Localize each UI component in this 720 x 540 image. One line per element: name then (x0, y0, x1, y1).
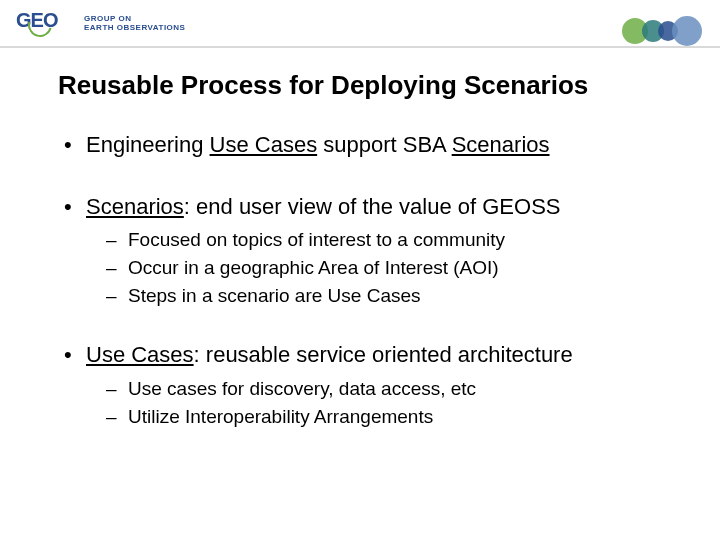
text: Engineering (86, 132, 210, 157)
underlined-text: Scenarios (86, 194, 184, 219)
text: support SBA (317, 132, 452, 157)
bullet-item: Scenarios: end user view of the value of… (62, 192, 680, 309)
geo-logo-mark: GEO (16, 10, 76, 38)
logo-text-line2: EARTH OBSERVATIONS (84, 24, 185, 33)
sub-bullet-item: Use cases for discovery, data access, et… (106, 376, 680, 402)
underlined-text: Scenarios (452, 132, 550, 157)
slide: GEO GROUP ON EARTH OBSERVATIONS Reusable… (0, 0, 720, 540)
sub-bullet-item: Focused on topics of interest to a commu… (106, 227, 680, 253)
sub-bullet-item: Steps in a scenario are Use Cases (106, 283, 680, 309)
header-divider (0, 46, 720, 48)
bullet-item: Use Cases: reusable service oriented arc… (62, 340, 680, 429)
header-dots-graphic (628, 16, 702, 46)
logo-text-block: GROUP ON EARTH OBSERVATIONS (84, 15, 185, 33)
text: : end user view of the value of GEOSS (184, 194, 561, 219)
sub-bullet-item: Occur in a geographic Area of Interest (… (106, 255, 680, 281)
geo-logo: GEO GROUP ON EARTH OBSERVATIONS (16, 10, 185, 38)
bullet-item: Engineering Use Cases support SBA Scenar… (62, 130, 680, 160)
slide-header: GEO GROUP ON EARTH OBSERVATIONS (0, 6, 720, 46)
dot-icon (672, 16, 702, 46)
underlined-text: Use Cases (210, 132, 318, 157)
sub-bullet-item: Utilize Interoperability Arrangements (106, 404, 680, 430)
bullet-list: Engineering Use Cases support SBA Scenar… (62, 130, 680, 429)
text: : reusable service oriented architecture (194, 342, 573, 367)
underlined-text: Use Cases (86, 342, 194, 367)
slide-body: Engineering Use Cases support SBA Scenar… (62, 130, 680, 451)
slide-title: Reusable Process for Deploying Scenarios (58, 70, 588, 101)
sub-bullet-list: Focused on topics of interest to a commu… (106, 227, 680, 308)
sub-bullet-list: Use cases for discovery, data access, et… (106, 376, 680, 429)
